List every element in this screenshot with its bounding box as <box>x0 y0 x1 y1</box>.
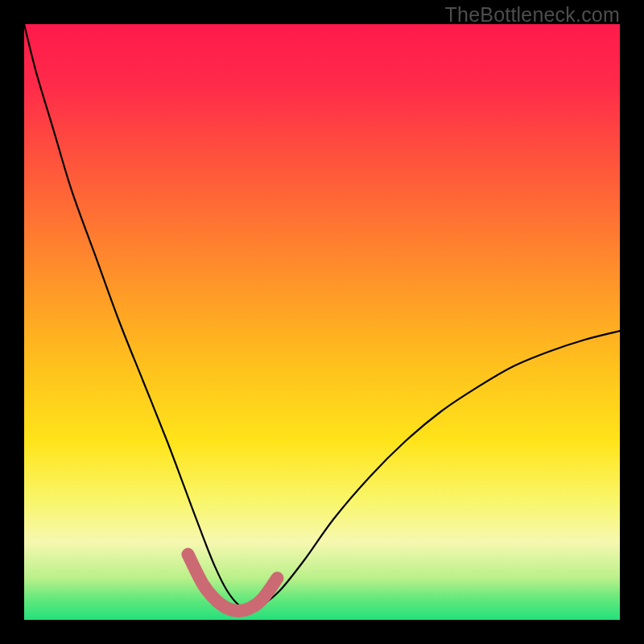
outer-frame: TheBottleneck.com <box>0 0 644 644</box>
watermark-text: TheBottleneck.com <box>445 3 620 27</box>
background-gradient <box>24 24 620 620</box>
chart-svg <box>24 24 620 620</box>
chart-plot-area <box>24 24 620 620</box>
